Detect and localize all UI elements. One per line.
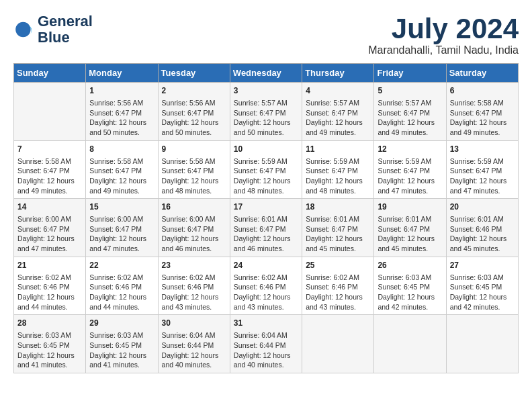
weekday-header: Tuesday [158,64,230,83]
day-number: 29 [89,318,154,329]
day-info: Sunrise: 5:56 AMSunset: 6:47 PMDaylight:… [162,98,226,138]
day-info: Sunrise: 6:04 AMSunset: 6:44 PMDaylight:… [162,330,226,370]
calendar-cell: 15Sunrise: 6:00 AMSunset: 6:47 PMDayligh… [86,199,158,257]
svg-point-0 [15,22,30,37]
day-info: Sunrise: 5:58 AMSunset: 6:47 PMDaylight:… [17,156,82,196]
calendar-cell: 24Sunrise: 6:02 AMSunset: 6:46 PMDayligh… [230,257,302,315]
day-number: 1 [89,85,154,97]
day-info: Sunrise: 5:59 AMSunset: 6:47 PMDaylight:… [450,156,515,196]
day-info: Sunrise: 6:01 AMSunset: 6:47 PMDaylight:… [306,214,370,254]
weekday-header: Wednesday [230,64,302,83]
day-number: 30 [162,318,226,329]
day-number: 14 [17,201,82,213]
calendar-cell: 27Sunrise: 6:03 AMSunset: 6:45 PMDayligh… [446,257,518,315]
title-block: July 2024 Marandahalli, Tamil Nadu, Indi… [368,13,519,56]
calendar-week-row: 28Sunrise: 6:03 AMSunset: 6:45 PMDayligh… [14,315,519,373]
weekday-header: Sunday [14,64,86,83]
calendar-cell: 26Sunrise: 6:03 AMSunset: 6:45 PMDayligh… [374,257,446,315]
day-number: 8 [89,144,154,155]
calendar-cell: 11Sunrise: 5:59 AMSunset: 6:47 PMDayligh… [302,140,374,199]
calendar-cell: 19Sunrise: 6:01 AMSunset: 6:47 PMDayligh… [374,199,446,257]
day-number: 4 [306,85,370,97]
location: Marandahalli, Tamil Nadu, India [368,44,519,56]
day-info: Sunrise: 6:03 AMSunset: 6:45 PMDaylight:… [450,273,515,312]
day-info: Sunrise: 6:02 AMSunset: 6:46 PMDaylight:… [17,273,82,312]
calendar-cell: 14Sunrise: 6:00 AMSunset: 6:47 PMDayligh… [14,199,86,257]
calendar-cell: 2Sunrise: 5:56 AMSunset: 6:47 PMDaylight… [158,83,230,141]
day-info: Sunrise: 5:59 AMSunset: 6:47 PMDaylight:… [378,156,442,196]
day-info: Sunrise: 6:02 AMSunset: 6:46 PMDaylight:… [234,273,298,312]
day-info: Sunrise: 6:04 AMSunset: 6:44 PMDaylight:… [234,330,298,370]
day-info: Sunrise: 5:57 AMSunset: 6:47 PMDaylight:… [234,98,298,138]
day-number: 15 [89,201,154,213]
day-info: Sunrise: 5:57 AMSunset: 6:47 PMDaylight:… [378,98,442,138]
logo-text: General Blue [38,13,93,46]
calendar-cell: 25Sunrise: 6:02 AMSunset: 6:46 PMDayligh… [302,257,374,315]
day-number: 2 [162,85,226,97]
day-info: Sunrise: 6:01 AMSunset: 6:46 PMDaylight:… [450,214,515,254]
calendar-cell: 20Sunrise: 6:01 AMSunset: 6:46 PMDayligh… [446,199,518,257]
day-info: Sunrise: 6:03 AMSunset: 6:45 PMDaylight:… [17,330,82,370]
day-info: Sunrise: 5:57 AMSunset: 6:47 PMDaylight:… [306,98,370,138]
weekday-header: Thursday [302,64,374,83]
calendar-cell: 28Sunrise: 6:03 AMSunset: 6:45 PMDayligh… [14,315,86,373]
day-info: Sunrise: 6:01 AMSunset: 6:47 PMDaylight:… [378,214,442,254]
calendar-cell: 13Sunrise: 5:59 AMSunset: 6:47 PMDayligh… [446,140,518,199]
day-info: Sunrise: 6:00 AMSunset: 6:47 PMDaylight:… [17,214,82,254]
calendar-cell: 29Sunrise: 6:03 AMSunset: 6:45 PMDayligh… [86,315,158,373]
calendar-cell: 8Sunrise: 5:58 AMSunset: 6:47 PMDaylight… [86,140,158,199]
day-info: Sunrise: 6:02 AMSunset: 6:46 PMDaylight:… [162,273,226,312]
logo: General Blue [13,13,93,46]
day-number: 16 [162,201,226,213]
calendar-cell: 17Sunrise: 6:01 AMSunset: 6:47 PMDayligh… [230,199,302,257]
calendar-cell: 7Sunrise: 5:58 AMSunset: 6:47 PMDaylight… [14,140,86,199]
day-info: Sunrise: 5:56 AMSunset: 6:47 PMDaylight:… [89,98,154,138]
calendar-cell [14,83,86,141]
calendar-cell: 5Sunrise: 5:57 AMSunset: 6:47 PMDaylight… [374,83,446,141]
day-number: 22 [89,260,154,271]
day-number: 24 [234,260,298,271]
calendar-cell [302,315,374,373]
day-info: Sunrise: 6:02 AMSunset: 6:46 PMDaylight:… [89,273,154,312]
calendar-table: SundayMondayTuesdayWednesdayThursdayFrid… [13,63,519,373]
day-number: 3 [234,85,298,97]
day-number: 13 [450,144,515,155]
calendar-week-row: 14Sunrise: 6:00 AMSunset: 6:47 PMDayligh… [14,199,519,257]
calendar-cell [446,315,518,373]
weekday-header: Saturday [446,64,518,83]
day-number: 5 [378,85,442,97]
day-number: 10 [234,144,298,155]
day-number: 9 [162,144,226,155]
calendar-cell: 23Sunrise: 6:02 AMSunset: 6:46 PMDayligh… [158,257,230,315]
calendar-week-row: 21Sunrise: 6:02 AMSunset: 6:46 PMDayligh… [14,257,519,315]
weekday-header: Friday [374,64,446,83]
day-number: 18 [306,201,370,213]
calendar-cell: 3Sunrise: 5:57 AMSunset: 6:47 PMDaylight… [230,83,302,141]
calendar-cell: 12Sunrise: 5:59 AMSunset: 6:47 PMDayligh… [374,140,446,199]
day-info: Sunrise: 5:58 AMSunset: 6:47 PMDaylight:… [162,156,226,196]
calendar-cell: 4Sunrise: 5:57 AMSunset: 6:47 PMDaylight… [302,83,374,141]
day-number: 26 [378,260,442,271]
day-number: 27 [450,260,515,271]
day-info: Sunrise: 6:03 AMSunset: 6:45 PMDaylight:… [89,330,154,370]
day-info: Sunrise: 6:00 AMSunset: 6:47 PMDaylight:… [89,214,154,254]
day-number: 17 [234,201,298,213]
calendar-cell: 9Sunrise: 5:58 AMSunset: 6:47 PMDaylight… [158,140,230,199]
day-info: Sunrise: 6:01 AMSunset: 6:47 PMDaylight:… [234,214,298,254]
weekday-header: Monday [86,64,158,83]
calendar-week-row: 1Sunrise: 5:56 AMSunset: 6:47 PMDaylight… [14,83,519,141]
weekday-header-row: SundayMondayTuesdayWednesdayThursdayFrid… [14,64,519,83]
page-header: General Blue July 2024 Marandahalli, Tam… [13,13,519,56]
day-info: Sunrise: 5:58 AMSunset: 6:47 PMDaylight:… [450,98,515,138]
day-number: 19 [378,201,442,213]
day-number: 28 [17,318,82,329]
day-number: 12 [378,144,442,155]
day-number: 21 [17,260,82,271]
calendar-cell: 6Sunrise: 5:58 AMSunset: 6:47 PMDaylight… [446,83,518,141]
day-number: 25 [306,260,370,271]
calendar-cell: 18Sunrise: 6:01 AMSunset: 6:47 PMDayligh… [302,199,374,257]
calendar-cell: 1Sunrise: 5:56 AMSunset: 6:47 PMDaylight… [86,83,158,141]
calendar-week-row: 7Sunrise: 5:58 AMSunset: 6:47 PMDaylight… [14,140,519,199]
calendar-cell: 22Sunrise: 6:02 AMSunset: 6:46 PMDayligh… [86,257,158,315]
day-info: Sunrise: 6:02 AMSunset: 6:46 PMDaylight:… [306,273,370,312]
